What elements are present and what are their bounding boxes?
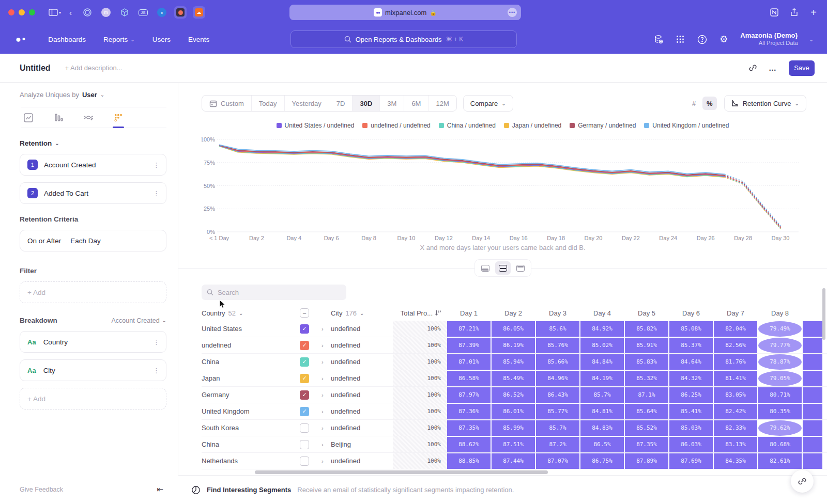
retention-value-cell[interactable]: 86.25% bbox=[669, 387, 713, 403]
day-column-header[interactable]: Day 3 bbox=[536, 309, 579, 317]
project-switcher[interactable]: Amazonia {Demo} All Project Data bbox=[740, 32, 798, 47]
series-line-projected[interactable] bbox=[724, 177, 780, 228]
more-options-icon[interactable]: … bbox=[769, 64, 777, 72]
tab-retention[interactable] bbox=[111, 113, 126, 128]
chart-type-selector[interactable]: Retention Curve⌄ bbox=[724, 95, 806, 112]
retention-value-cell[interactable]: 87.35% bbox=[447, 420, 491, 436]
expand-row-icon[interactable]: › bbox=[321, 359, 331, 365]
retention-value-cell[interactable]: 79.05% bbox=[758, 371, 802, 386]
retention-value-cell[interactable]: 82.61% bbox=[758, 453, 802, 469]
retention-value-cell[interactable]: 87.21% bbox=[447, 321, 491, 337]
retention-value-cell[interactable]: 81.76% bbox=[714, 354, 757, 370]
retention-value-cell[interactable]: 85.94% bbox=[492, 354, 535, 370]
expand-row-icon[interactable]: › bbox=[321, 326, 331, 332]
retention-value-cell[interactable]: 87.97% bbox=[447, 387, 491, 403]
retention-value-cell[interactable]: 85.08% bbox=[669, 321, 713, 337]
retention-value-cell[interactable]: 86.75% bbox=[580, 453, 624, 469]
unit-percent-button[interactable]: % bbox=[702, 97, 717, 110]
legend-item[interactable]: Germany / undefined bbox=[570, 122, 636, 129]
tab-funnels[interactable] bbox=[51, 113, 66, 128]
date-range-30d[interactable]: 30D bbox=[353, 96, 380, 111]
retention-value-cell[interactable]: 86.19% bbox=[492, 338, 535, 353]
expand-row-icon[interactable]: › bbox=[321, 342, 331, 349]
retention-value-cell[interactable]: 87.44% bbox=[492, 453, 535, 469]
date-range-7d[interactable]: 7D bbox=[329, 96, 353, 111]
retention-section-label[interactable]: Retention⌄ bbox=[20, 139, 166, 147]
day-column-header[interactable]: Day 1 bbox=[447, 309, 491, 317]
row-checkbox[interactable]: ✓ bbox=[300, 390, 309, 400]
retention-value-cell[interactable]: 87.51% bbox=[492, 437, 535, 452]
retention-value-cell[interactable]: 85.02% bbox=[580, 338, 624, 353]
vertical-scrollbar[interactable] bbox=[822, 288, 825, 340]
retention-value-cell[interactable]: 85.49% bbox=[492, 371, 535, 386]
retention-value-cell[interactable]: 85.7% bbox=[536, 420, 579, 436]
m-extension-icon[interactable]: m bbox=[100, 6, 112, 19]
day-column-header[interactable]: Day 4 bbox=[580, 309, 624, 317]
retention-value-cell[interactable]: 82.33% bbox=[714, 420, 757, 436]
retention-value-cell[interactable]: 85.99% bbox=[492, 420, 535, 436]
zoom-window-icon[interactable] bbox=[29, 9, 35, 15]
retention-value-cell-clipped[interactable] bbox=[803, 453, 822, 469]
retention-value-cell[interactable]: 86.5% bbox=[580, 437, 624, 452]
retention-value-cell[interactable]: 84.81% bbox=[580, 404, 624, 419]
retention-value-cell[interactable]: 87.89% bbox=[625, 453, 668, 469]
retention-value-cell[interactable]: 85.76% bbox=[536, 338, 579, 353]
kebab-menu-icon[interactable]: ⋮ bbox=[153, 161, 160, 169]
expand-row-icon[interactable]: › bbox=[321, 375, 331, 382]
retention-value-cell-clipped[interactable] bbox=[803, 404, 822, 419]
day-column-header[interactable]: Day 5 bbox=[625, 309, 668, 317]
retention-step-2[interactable]: 2 Added To Cart ⋮ bbox=[20, 182, 166, 204]
retention-value-cell[interactable]: 85.32% bbox=[625, 371, 668, 386]
kebab-menu-icon[interactable]: ⋮ bbox=[153, 367, 160, 374]
scrollbar-thumb[interactable] bbox=[255, 470, 548, 474]
kebab-menu-icon[interactable]: ⋮ bbox=[153, 338, 160, 346]
add-breakdown-button[interactable]: + Add bbox=[20, 388, 166, 410]
unit-number-button[interactable]: # bbox=[687, 97, 701, 110]
series-line-projected[interactable] bbox=[724, 176, 780, 227]
back-icon[interactable]: ‹ bbox=[69, 8, 72, 17]
find-segments-title[interactable]: Find Interesting Segments bbox=[207, 486, 291, 494]
day-column-header[interactable]: Day 7 bbox=[714, 309, 757, 317]
retention-value-cell-clipped[interactable] bbox=[803, 371, 822, 386]
retention-value-cell[interactable]: 80.68% bbox=[758, 437, 802, 452]
retention-value-cell[interactable]: 82.04% bbox=[714, 321, 757, 337]
horizontal-scrollbar[interactable] bbox=[202, 470, 827, 475]
retention-value-cell[interactable]: 85.66% bbox=[536, 354, 579, 370]
retention-value-cell[interactable]: 86.52% bbox=[492, 387, 535, 403]
retention-value-cell[interactable]: 79.77% bbox=[758, 338, 802, 353]
retention-value-cell[interactable]: 84.96% bbox=[536, 371, 579, 386]
breakdown-city[interactable]: Aa City ⋮ bbox=[20, 359, 166, 381]
tab-sidebar-icon[interactable]: ▾ bbox=[49, 9, 61, 16]
retention-value-cell[interactable]: 86.05% bbox=[492, 321, 535, 337]
retention-value-cell[interactable]: 86.03% bbox=[669, 437, 713, 452]
date-range-custom[interactable]: Custom bbox=[202, 96, 252, 111]
select-all-checkbox[interactable]: – bbox=[300, 308, 309, 318]
day-column-header[interactable]: Day 6 bbox=[669, 309, 713, 317]
retention-value-cell[interactable]: 88.85% bbox=[447, 453, 491, 469]
retention-value-cell[interactable]: 85.7% bbox=[580, 387, 624, 403]
retention-value-cell[interactable]: 80.71% bbox=[758, 387, 802, 403]
breakdown-country[interactable]: Aa Country ⋮ bbox=[20, 331, 166, 353]
retention-value-cell-clipped[interactable] bbox=[803, 338, 822, 353]
retention-value-cell[interactable]: 87.01% bbox=[447, 354, 491, 370]
retention-value-cell[interactable]: 85.41% bbox=[669, 404, 713, 419]
collapse-sidebar-icon[interactable]: ⇤ bbox=[157, 485, 163, 494]
cube-extension-icon[interactable] bbox=[118, 6, 131, 19]
retention-value-cell-clipped[interactable] bbox=[803, 420, 822, 436]
retention-value-cell[interactable]: 88.62% bbox=[447, 437, 491, 452]
retention-value-cell[interactable]: 82.56% bbox=[714, 338, 757, 353]
expand-row-icon[interactable]: › bbox=[321, 408, 331, 415]
retention-value-cell[interactable]: 84.35% bbox=[714, 453, 757, 469]
row-checkbox[interactable]: ✓ bbox=[300, 374, 309, 383]
address-bar[interactable]: ●● mixpanel.com 🔒 ••• bbox=[289, 5, 521, 20]
help-icon[interactable] bbox=[697, 34, 707, 44]
series-line-projected[interactable] bbox=[724, 176, 780, 228]
legend-item[interactable]: Japan / undefined bbox=[504, 122, 561, 129]
date-range-6m[interactable]: 6M bbox=[404, 96, 428, 111]
retention-value-cell-clipped[interactable] bbox=[803, 387, 822, 403]
expand-row-icon[interactable]: › bbox=[321, 458, 331, 464]
retention-value-cell[interactable]: 87.07% bbox=[536, 453, 579, 469]
retention-value-cell[interactable]: 85.83% bbox=[625, 354, 668, 370]
retention-value-cell[interactable]: 84.19% bbox=[580, 371, 624, 386]
retention-value-cell[interactable]: 87.36% bbox=[447, 404, 491, 419]
